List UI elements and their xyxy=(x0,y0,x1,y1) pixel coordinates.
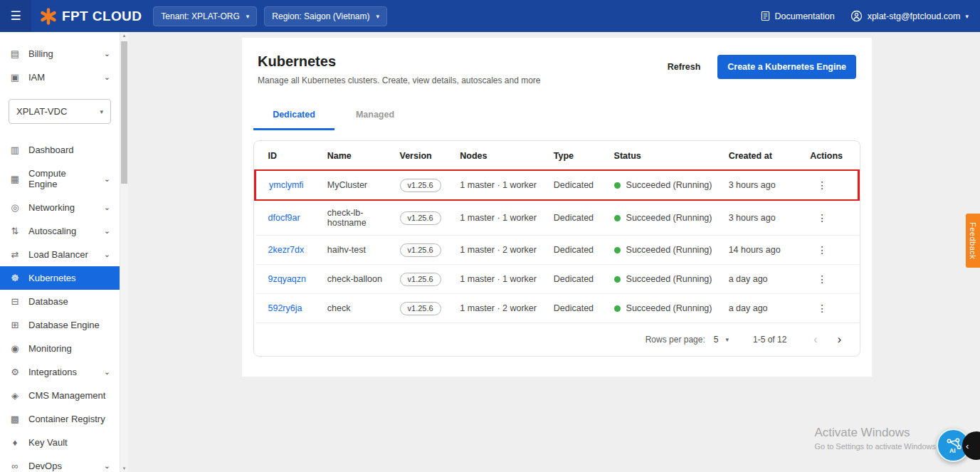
sidebar-item-database[interactable]: ⊟Database xyxy=(0,290,120,313)
status-dot xyxy=(614,247,621,253)
sidebar-item-integrations[interactable]: ⚙Integrations⌄ xyxy=(0,360,120,384)
hamburger-menu-button[interactable]: ☰ xyxy=(0,0,31,32)
sidebar-item-label: Container Registry xyxy=(28,414,105,424)
chevron-left-icon: ‹ xyxy=(966,441,969,451)
cluster-id-link[interactable]: dfocf9ar xyxy=(268,213,300,223)
cluster-id-link[interactable]: ymclymfi xyxy=(269,180,304,190)
key-vault-icon: ♦ xyxy=(9,437,21,448)
table-row: ymclymfiMyClusterv1.25.61 master · 1 wor… xyxy=(255,170,859,200)
created-at: 3 hours ago xyxy=(723,170,804,200)
sidebar: ▤Billing⌄▣IAM⌄ XPLAT-VDC ▾ ▥Dashboard▦Co… xyxy=(0,32,120,472)
table-header-row: IDNameVersionNodesTypeStatusCreated atAc… xyxy=(255,141,859,170)
sidebar-item-key-vault[interactable]: ♦Key Vault xyxy=(0,431,120,454)
version-chip: v1.25.6 xyxy=(400,243,441,257)
sidebar-item-label: Networking xyxy=(28,202,75,213)
tab-managed[interactable]: Managed xyxy=(334,103,416,130)
row-actions-button[interactable]: ⋮ xyxy=(810,211,834,225)
kubernetes-panel: Kubernetes Manage all Kubernetes cluster… xyxy=(242,38,872,377)
cluster-id-link[interactable]: 2kezr7dx xyxy=(268,245,305,255)
refresh-button[interactable]: Refresh xyxy=(663,61,705,73)
table-row: 9zqyaqzncheck-balloonv1.25.61 master · 1… xyxy=(255,265,859,294)
cluster-nodes: 1 master · 2 worker xyxy=(454,236,547,265)
region-selector[interactable]: Region: Saigon (Vietnam) ▾ xyxy=(264,6,387,26)
clusters-table: IDNameVersionNodesTypeStatusCreated atAc… xyxy=(253,140,860,357)
scrollbar-thumb[interactable] xyxy=(121,41,127,184)
cluster-name: check xyxy=(322,294,394,323)
chevron-down-icon: ⌄ xyxy=(104,461,110,471)
tab-dedicated[interactable]: Dedicated xyxy=(253,103,334,130)
sidebar-item-kubernetes[interactable]: ☸Kubernetes xyxy=(0,266,120,290)
sidebar-item-label: CMS Management xyxy=(28,390,105,401)
status-text: Succeeded (Running) xyxy=(626,213,712,223)
sidebar-item-dashboard[interactable]: ▥Dashboard xyxy=(0,138,120,162)
scroll-down-icon[interactable]: ▾ xyxy=(120,466,128,471)
sidebar-item-autoscaling[interactable]: ⇅Autoscaling⌄ xyxy=(0,219,120,243)
sidebar-item-devops[interactable]: ∞DevOps⌄ xyxy=(0,454,120,472)
cluster-id-link[interactable]: 592ry6ja xyxy=(268,303,302,313)
chevron-down-icon: ▾ xyxy=(965,13,969,20)
row-actions-button[interactable]: ⋮ xyxy=(810,243,834,257)
chevron-down-icon: ⌄ xyxy=(104,203,110,212)
monitoring-icon: ◉ xyxy=(9,343,21,354)
watermark-line2: Go to Settings to activate Windows xyxy=(814,442,936,451)
version-chip: v1.25.6 xyxy=(400,211,441,225)
chevron-down-icon: ⌄ xyxy=(104,49,110,58)
next-page-button[interactable]: › xyxy=(833,334,845,345)
account-menu[interactable]: xplat-stg@fptcloud.com ▾ xyxy=(850,10,969,22)
chevron-down-icon: ▾ xyxy=(100,108,103,115)
status-dot xyxy=(614,276,621,283)
scroll-up-icon[interactable]: ▴ xyxy=(120,33,128,38)
sidebar-item-billing[interactable]: ▤Billing⌄ xyxy=(0,42,120,65)
documentation-link[interactable]: Documentation xyxy=(761,11,835,21)
row-actions-button[interactable]: ⋮ xyxy=(810,301,834,315)
sidebar-item-compute-engine[interactable]: ▦Compute Engine⌄ xyxy=(0,162,120,196)
page-subtitle: Manage all Kubernetes clusters. Create, … xyxy=(258,75,541,85)
container-registry-icon: ▩ xyxy=(9,414,21,424)
sidebar-item-container-registry[interactable]: ▩Container Registry xyxy=(0,407,120,431)
chevron-down-icon: ⌄ xyxy=(104,73,110,82)
column-header-version: Version xyxy=(394,141,455,170)
rows-per-page-label: Rows per page: xyxy=(646,335,705,345)
kubernetes-icon: ☸ xyxy=(9,273,21,283)
database-engine-icon: ⊞ xyxy=(9,320,21,330)
status-dot xyxy=(614,182,621,189)
chevron-down-icon: ⌄ xyxy=(104,226,110,236)
column-header-type: Type xyxy=(548,141,608,170)
sidebar-item-monitoring[interactable]: ◉Monitoring xyxy=(0,337,120,360)
sidebar-nav-section: ▥Dashboard▦Compute Engine⌄◎Networking⌄⇅A… xyxy=(0,138,120,472)
tenant-selector[interactable]: Tenant: XPLAT-ORG ▾ xyxy=(153,6,257,26)
sidebar-item-networking[interactable]: ◎Networking⌄ xyxy=(0,196,120,219)
topbar: ☰ FPT CLOUD Tenant: XPLAT-ORG ▾ Region: … xyxy=(0,0,980,32)
cluster-name: haihv-test xyxy=(322,236,394,265)
sidebar-item-load-balancer[interactable]: ⇄Load Balancer⌄ xyxy=(0,243,120,266)
database-icon: ⊟ xyxy=(9,296,21,307)
sidebar-scrollbar[interactable]: ▴ ▾ xyxy=(120,32,128,472)
user-avatar-icon xyxy=(850,10,863,22)
feedback-tab[interactable]: Feedback xyxy=(966,214,980,268)
rows-per-page-value: 5 xyxy=(714,335,719,345)
sidebar-item-label: Load Balancer xyxy=(28,249,88,260)
sidebar-item-label: Billing xyxy=(28,48,53,59)
cluster-name: MyCluster xyxy=(322,170,394,200)
sidebar-item-cms-management[interactable]: ◈CMS Management xyxy=(0,384,120,407)
sidebar-item-label: Compute Engine xyxy=(28,168,96,189)
row-actions-button[interactable]: ⋮ xyxy=(810,178,834,192)
topbar-right: Documentation xplat-stg@fptcloud.com ▾ xyxy=(761,10,980,22)
row-actions-button[interactable]: ⋮ xyxy=(810,272,834,286)
sidebar-item-label: DevOps xyxy=(28,461,62,471)
previous-page-button[interactable]: ‹ xyxy=(809,334,821,345)
column-header-nodes: Nodes xyxy=(454,141,547,170)
tab-bar: DedicatedManaged xyxy=(253,103,860,130)
sidebar-item-database-engine[interactable]: ⊞Database Engine xyxy=(0,313,120,337)
sidebar-item-label: Autoscaling xyxy=(28,226,76,236)
chevron-down-icon: ⌄ xyxy=(104,250,110,259)
tenant-label: Tenant: XPLAT-ORG xyxy=(161,11,240,21)
vdc-selector-value: XPLAT-VDC xyxy=(16,106,67,117)
cluster-id-link[interactable]: 9zqyaqzn xyxy=(268,274,307,284)
sidebar-item-iam[interactable]: ▣IAM⌄ xyxy=(0,65,120,89)
vdc-selector[interactable]: XPLAT-VDC ▾ xyxy=(9,99,111,124)
devops-icon: ∞ xyxy=(9,461,21,471)
create-kubernetes-engine-button[interactable]: Create a Kubernetes Engine xyxy=(717,55,856,79)
rows-per-page-select[interactable]: 5 ▾ xyxy=(714,335,729,345)
iam-icon: ▣ xyxy=(9,72,21,83)
